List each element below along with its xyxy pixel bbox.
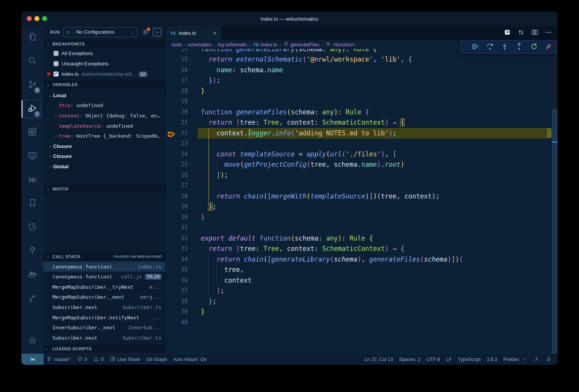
code-line-22[interactable]: 22 context.logger.info('adding NOTES.md … bbox=[166, 128, 558, 139]
code-line-29[interactable]: 29 }; bbox=[166, 202, 558, 212]
code-line-32[interactable]: 32export default function(schema: any): … bbox=[166, 233, 558, 244]
activity-bar-item-docker[interactable] bbox=[21, 263, 43, 287]
code-line-35[interactable]: 35 tree, bbox=[166, 265, 558, 275]
activity-bar-item-timeline[interactable] bbox=[21, 216, 43, 239]
split-editor-icon[interactable] bbox=[531, 29, 538, 37]
status-auto-attach[interactable]: Auto Attach: On bbox=[170, 354, 210, 365]
disconnect-button[interactable] bbox=[545, 42, 553, 52]
close-tab-icon[interactable]: × bbox=[213, 30, 216, 36]
code-line-38[interactable]: 38 }; bbox=[166, 296, 558, 307]
status-errors[interactable]: 0 bbox=[74, 354, 90, 365]
code-line-28[interactable]: 28 return chain([mergeWith(templateSourc… bbox=[166, 191, 558, 202]
code-line-31[interactable]: 31 bbox=[166, 223, 558, 233]
call-stack-frame[interactable]: Subscriber.nextSubscriber.ts bbox=[43, 302, 165, 312]
code-line-18[interactable]: 18} bbox=[166, 86, 558, 97]
continue-button[interactable] bbox=[471, 42, 479, 52]
activity-bar-item-live-share[interactable] bbox=[21, 287, 43, 311]
status-indentation[interactable]: Spaces: 2 bbox=[396, 354, 424, 365]
status-live-share[interactable]: Live Share bbox=[107, 354, 143, 365]
activity-bar-item-explorer[interactable] bbox=[21, 26, 43, 50]
step-into-button[interactable] bbox=[501, 42, 509, 52]
code-line-16[interactable]: 16 name: schema.name bbox=[166, 65, 558, 76]
breakpoint-checkbox[interactable] bbox=[54, 72, 59, 76]
loaded-scripts-section-header[interactable]: › LOADED SCRIPTS bbox=[43, 345, 165, 353]
status-cursor-position[interactable]: Ln 22, Col 13 bbox=[361, 354, 396, 365]
status-remote-indicator[interactable]: >< bbox=[21, 354, 44, 365]
debug-console-button[interactable]: > bbox=[153, 28, 161, 36]
breakpoint-row[interactable]: Uncaught Exceptions bbox=[43, 59, 165, 69]
more-actions-icon[interactable] bbox=[545, 29, 552, 37]
call-stack-frame[interactable]: (anonymous function)index.ts bbox=[43, 262, 165, 272]
call-stack-section-header[interactable]: ⌄ CALL STACK PAUSED ON BREAKPOINT bbox=[43, 252, 165, 261]
variables-scope-closure[interactable]: ›Closure bbox=[43, 151, 165, 162]
breakpoint-checkbox[interactable] bbox=[54, 51, 59, 56]
variables-scope-local[interactable]: ⌄Local bbox=[43, 90, 165, 101]
breakpoint-checkbox[interactable] bbox=[54, 61, 59, 66]
title-bar[interactable]: index.ts — wrkschematics bbox=[21, 11, 558, 26]
code-line-23[interactable]: 23 bbox=[166, 138, 558, 149]
editor-scrollbar[interactable] bbox=[547, 49, 558, 353]
code-line-17[interactable]: 17 }); bbox=[166, 75, 558, 86]
open-changes-icon[interactable] bbox=[504, 29, 511, 37]
code-line-27[interactable]: 27 bbox=[166, 181, 558, 191]
variable-row[interactable]: templateSource:undefined bbox=[43, 121, 165, 131]
activity-bar-item-settings[interactable] bbox=[21, 330, 43, 353]
minimize-window-button[interactable] bbox=[34, 16, 39, 21]
breadcrumb-item[interactable]: generateFiles bbox=[283, 41, 320, 48]
call-stack-frame[interactable]: MergeMapSubscriber.notifyNext... bbox=[43, 312, 165, 323]
variable-row[interactable]: ›context:Object {debug: false, en… bbox=[43, 111, 165, 121]
breakpoint-row[interactable]: index.tstools/schematics/my-sch...22 bbox=[43, 69, 165, 79]
compare-changes-icon[interactable] bbox=[517, 29, 525, 37]
status-feedback[interactable] bbox=[531, 354, 543, 365]
code-line-39[interactable]: 39} bbox=[166, 307, 558, 317]
launch-configuration-dropdown[interactable]: ▷ No Configurations ⌄ bbox=[63, 27, 138, 37]
call-stack-frame[interactable]: MergeMapSubscriber._nextmerg... bbox=[43, 292, 165, 303]
code-line-20[interactable]: 20function generateFiles(schema: any): R… bbox=[166, 107, 558, 118]
activity-bar-item-search[interactable] bbox=[21, 50, 43, 73]
close-window-button[interactable] bbox=[27, 16, 32, 21]
status-warnings[interactable]: 0 bbox=[90, 354, 107, 365]
activity-bar-item-source-control[interactable]: 3 bbox=[21, 73, 43, 97]
status-prettier[interactable]: Prettier: bbox=[500, 354, 531, 365]
code-line-21[interactable]: 21 return (tree: Tree, context: Schemati… bbox=[166, 117, 558, 128]
variables-section-header[interactable]: ⌄ VARIABLES bbox=[43, 80, 165, 89]
call-stack-frame[interactable]: Subscriber.nextSubscriber.ts bbox=[43, 333, 165, 343]
status-eol[interactable]: LF bbox=[443, 354, 455, 365]
configure-gear-button[interactable] bbox=[141, 28, 149, 36]
zoom-window-button[interactable] bbox=[42, 16, 47, 21]
activity-bar-item-test-explorer[interactable] bbox=[21, 239, 43, 263]
code-line-25[interactable]: 25 move(getProjectConfig(tree, schema.na… bbox=[166, 159, 558, 170]
activity-bar-item-run-and-debug[interactable]: 1 bbox=[21, 97, 43, 121]
status-language-mode[interactable]: TypeScript bbox=[455, 354, 483, 365]
code-line-33[interactable]: 33 return (tree: Tree, context: Schemati… bbox=[166, 244, 558, 254]
breadcrumb-item[interactable]: my-schematic bbox=[218, 42, 247, 47]
breadcrumb-item[interactable]: <function> bbox=[325, 41, 355, 48]
variables-scope-closure[interactable]: ›Closure bbox=[43, 141, 165, 151]
variable-row[interactable]: this:undefined bbox=[43, 101, 165, 111]
step-over-button[interactable] bbox=[486, 42, 494, 52]
breadcrumb-item[interactable]: tools bbox=[172, 42, 182, 47]
call-stack-frame[interactable]: (anonymous function)call.js74:24 bbox=[43, 272, 165, 282]
variables-scope-global[interactable]: ›Global bbox=[43, 161, 165, 172]
code-line-37[interactable]: 37 ); bbox=[166, 286, 558, 296]
activity-bar-item-remote-explorer[interactable] bbox=[21, 145, 43, 168]
call-stack-frame[interactable]: InnerSubscriber._nextInnerSub... bbox=[43, 322, 165, 333]
variable-row[interactable]: ›tree:HostTree {_backend: ScopedH… bbox=[43, 131, 165, 141]
code-line-30[interactable]: 30} bbox=[166, 212, 558, 223]
status-encoding[interactable]: UTF-8 bbox=[423, 354, 443, 365]
status-git-graph[interactable]: Git Graph bbox=[143, 354, 170, 365]
breakpoint-row[interactable]: All Exceptions bbox=[43, 48, 165, 59]
code-editor[interactable]: 14function generateLibrary(schema: any):… bbox=[166, 49, 558, 353]
code-line-15[interactable]: 15 return externalSchematic('@nrwl/works… bbox=[166, 54, 558, 65]
status-git-branch[interactable]: master* bbox=[44, 354, 74, 365]
code-line-26[interactable]: 26 ]); bbox=[166, 170, 558, 181]
call-stack-frame[interactable]: MergeMapSubscriber._tryNextm... bbox=[43, 282, 165, 292]
breadcrumb-item[interactable]: schematics bbox=[188, 42, 212, 47]
tab-index-ts[interactable]: TS index.ts × bbox=[166, 26, 221, 40]
code-line-34[interactable]: 34 return chain([generateLibrary(schema)… bbox=[166, 254, 558, 265]
status-ts-version[interactable]: 3.8.3 bbox=[483, 354, 500, 365]
breadcrumb-item[interactable]: TSindex.ts bbox=[253, 42, 277, 47]
code-line-40[interactable]: 40 bbox=[166, 317, 558, 328]
activity-bar-item-nx-console[interactable]: N≥ bbox=[21, 168, 43, 192]
watch-section-header[interactable]: ⌄ WATCH bbox=[43, 185, 165, 193]
